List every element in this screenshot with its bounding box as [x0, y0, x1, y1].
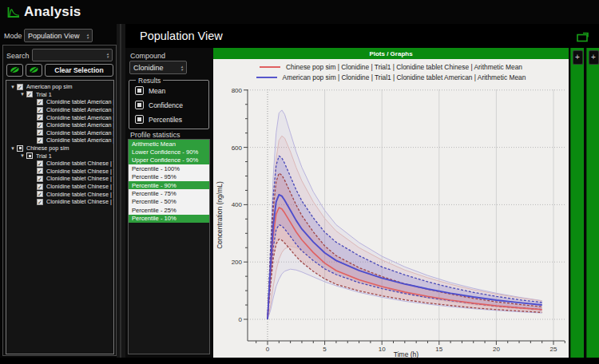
svg-text:600: 600 [232, 144, 243, 152]
statistic-item[interactable]: Percentile - 10% [129, 215, 209, 223]
tree-item-label: Trial 1 [36, 91, 52, 98]
profile-statistics-list: Arithmetic MeanLower Confidence - 90%Upp… [128, 139, 210, 354]
checkbox[interactable]: ✓ [37, 168, 43, 174]
panel-splitter[interactable] [117, 24, 125, 358]
results-groupbox: Results MeanConfidencePercentiles [129, 80, 209, 129]
checkbox[interactable]: ✓ [37, 160, 43, 167]
tree-item[interactable]: ✓Clonidine tablet Chinese | Trial [6, 198, 113, 206]
results-option[interactable]: Percentiles [135, 115, 182, 124]
concentration-time-chart[interactable]: 05101520250200400600800Time (h)Concentra… [213, 83, 569, 358]
tree-item[interactable]: ✓Clonidine tablet American | Trial [6, 136, 113, 144]
expander-icon[interactable]: ▼ [9, 85, 17, 89]
expand-panel-button[interactable]: + [589, 50, 599, 65]
tree-item[interactable]: ▼Trial 1 [6, 152, 113, 160]
chart-legend: Chinese pop sim | Clonidine | Trial1 | C… [213, 61, 569, 82]
svg-text:400: 400 [232, 201, 243, 208]
clear-selection-button[interactable]: Clear Selection [45, 64, 113, 77]
checkbox[interactable] [17, 145, 23, 152]
statistic-item[interactable]: Percentile - 75% [129, 189, 209, 197]
tree-item[interactable]: ✓Clonidine tablet American | Trial [6, 121, 113, 129]
checkbox[interactable]: ✓ [17, 84, 23, 90]
checkbox[interactable] [135, 86, 144, 95]
tree-item-label: Clonidine tablet Chinese | Trial [46, 191, 113, 198]
spinner-arrows-icon: ▴▾ [180, 65, 183, 71]
tree-item[interactable]: ✓Clonidine tablet Chinese | Trial [6, 168, 113, 176]
eye-icon [29, 63, 39, 77]
settings-panel: Compound Clonidine ▴▾ Results MeanConfid… [125, 48, 213, 358]
tree-item-label: Clonidine tablet American | Trial [46, 98, 113, 105]
statistic-item[interactable]: Percentile - 90% [129, 181, 209, 189]
svg-text:15: 15 [435, 346, 442, 353]
svg-text:25: 25 [550, 346, 557, 353]
statistic-item[interactable]: Percentile - 25% [129, 206, 209, 214]
legend-line-swatch [260, 66, 280, 68]
checkbox[interactable] [26, 152, 33, 159]
expander-icon[interactable]: ▼ [9, 146, 17, 151]
bottom-bar [0, 358, 599, 364]
svg-text:800: 800 [232, 87, 243, 94]
expand-panel-button[interactable]: + [573, 50, 583, 65]
checkbox[interactable] [135, 101, 144, 109]
checkbox[interactable]: ✓ [37, 199, 43, 205]
statistic-item[interactable]: Percentile - 95% [129, 173, 209, 181]
statistic-item[interactable]: Percentile - 50% [129, 198, 209, 206]
tree-item[interactable]: ▼✓Trial 1 [6, 91, 113, 99]
svg-text:Time (h): Time (h) [394, 350, 419, 358]
statistic-item[interactable]: Lower Confidence - 90% [129, 148, 209, 156]
statistic-item[interactable]: Arithmetic Mean [129, 140, 209, 148]
tree-item[interactable]: ✓Clonidine tablet American | Trial [6, 98, 113, 106]
tree-item-label: Clonidine tablet Chinese | Trial [46, 168, 113, 175]
tree-item[interactable]: ✓Clonidine tablet American | Trial [6, 106, 113, 114]
checkbox[interactable]: ✓ [37, 114, 43, 121]
tree-item-label: Clonidine tablet American | Trial [46, 114, 113, 121]
legend-label: American pop sim | Clonidine | Trial1 | … [283, 73, 526, 81]
tree-item[interactable]: ▼✓American pop sim [6, 83, 113, 91]
results-option[interactable]: Confidence [135, 101, 183, 109]
results-option-label: Percentiles [149, 116, 182, 124]
tree-item[interactable]: ▼Chinese pop sim [6, 144, 113, 152]
analysis-icon [7, 6, 20, 22]
statistic-item[interactable]: Upper Confidence - 90% [129, 156, 209, 164]
compound-select-value: Clonidine [133, 64, 164, 72]
search-input[interactable]: ▴▾ [32, 49, 113, 61]
tree-item[interactable]: ✓Clonidine tablet American | Trial [6, 129, 113, 137]
svg-text:200: 200 [232, 259, 243, 266]
results-option[interactable]: Mean [135, 86, 165, 95]
checkbox[interactable]: ✓ [37, 191, 43, 197]
checkbox[interactable]: ✓ [37, 129, 43, 136]
collapsed-panel-strip-1[interactable]: + [570, 48, 584, 358]
expander-icon[interactable]: ▼ [18, 153, 26, 158]
svg-text:5: 5 [323, 346, 327, 353]
mode-label: Mode [4, 32, 22, 40]
expander-icon[interactable]: ▼ [18, 92, 26, 97]
checkbox[interactable]: ✓ [37, 122, 43, 129]
compound-label: Compound [130, 52, 165, 60]
compound-select[interactable]: Clonidine ▴▾ [129, 61, 187, 74]
tree-item-label: Clonidine tablet American | Trial [46, 136, 113, 144]
checkbox[interactable]: ✓ [37, 99, 43, 105]
plot-panel: Plots / Graphs Chinese pop sim | Clonidi… [213, 48, 569, 358]
simulation-tree: ▼✓American pop sim▼✓Trial 1✓Clonidine ta… [6, 80, 114, 354]
tree-item[interactable]: ✓Clonidine tablet American | Trial [6, 113, 113, 121]
checkbox[interactable]: ✓ [37, 137, 43, 144]
mode-select[interactable]: Population View ▴▾ [24, 29, 93, 42]
open-in-window-icon[interactable] [577, 31, 589, 46]
checkbox[interactable]: ✓ [37, 107, 43, 113]
profile-statistics-label: Profile statistics [130, 131, 180, 139]
checkbox[interactable]: ✓ [26, 91, 33, 97]
tree-item[interactable]: ✓Clonidine tablet Chinese | Trial [6, 175, 113, 183]
hide-all-button[interactable] [26, 64, 42, 77]
tree-item[interactable]: ✓Clonidine tablet Chinese | Trial [6, 190, 113, 198]
view-header: Population View [125, 24, 599, 48]
checkbox[interactable] [135, 115, 144, 124]
collapsed-panel-strip-2[interactable]: + [586, 48, 599, 358]
checkbox[interactable]: ✓ [37, 184, 43, 190]
svg-text:0: 0 [266, 346, 270, 353]
tree-item[interactable]: ✓Clonidine tablet Chinese | Trial [6, 183, 113, 191]
tree-item[interactable]: ✓Clonidine tablet Chinese | Trial [6, 160, 113, 168]
plots-graphs-titlebar: Plots / Graphs [213, 48, 569, 59]
results-option-label: Mean [149, 87, 165, 95]
show-all-button[interactable] [6, 64, 23, 77]
statistic-item[interactable]: Percentile - 100% [129, 164, 209, 172]
checkbox[interactable]: ✓ [37, 176, 43, 182]
